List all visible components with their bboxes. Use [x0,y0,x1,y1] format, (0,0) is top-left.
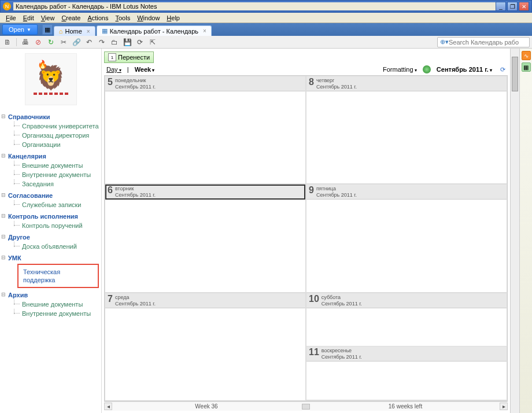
menu-file[interactable]: File [2,14,20,21]
refresh-calendar-icon[interactable]: ⟳ [498,66,508,73]
menu-actions[interactable]: Actions [84,14,112,21]
workspace-icon[interactable]: ▦ [42,24,53,35]
section-umk[interactable]: УМК [0,253,101,263]
search-icon: ⊕▾ [440,38,449,46]
tab-close-icon[interactable]: × [87,28,90,35]
section-other[interactable]: Другое [0,233,101,242]
tab-close-icon[interactable]: × [203,28,206,34]
day-cell-sunday[interactable]: 11 воскресеньеСентябрь 2011 г. [306,346,507,400]
tabstrip: Open ▼ ▦ ⌂ Home × ▦ Календарь работ - Ка… [0,23,532,36]
sidebar-item-memos[interactable]: Служебные записки [0,200,101,209]
stop-icon[interactable]: ⊘ [33,37,43,47]
right-sidebar-rail: ∿ ▦ [519,49,532,413]
tab-home-label: Home [65,28,82,35]
section-office[interactable]: Канцелярия [0,152,101,161]
section-references[interactable]: Справочники [0,112,101,121]
undo-icon[interactable]: ↶ [84,37,94,47]
formatting-dropdown[interactable]: Formatting [380,66,419,73]
home-icon: ⌂ [59,28,63,35]
sidebar-item-organizations[interactable]: Организации [0,140,101,149]
app-icon: N [3,2,11,10]
calendar-icon: ▦ [102,27,108,35]
sidebar-item-bulletin-board[interactable]: Доска объявлений [0,242,101,251]
app-logo: 🦁🔥 [25,53,77,105]
minimize-button[interactable]: _ [496,2,506,11]
tab-calendar-label: Календарь работ - Календарь [110,28,198,35]
week-scrubber[interactable] [302,404,310,410]
sidebar-item-internal-docs[interactable]: Внутренние документы [0,170,101,179]
folder-icon[interactable]: 🗀 [109,37,120,47]
view-day[interactable]: Day [104,66,124,73]
day-cell-friday[interactable]: 9 пятницаСентябрь 2011 г. [306,184,507,292]
move-button[interactable]: 1 Перенести [104,51,154,63]
sidebar-item-archive-internal[interactable]: Внутренние документы [0,309,101,318]
print-icon[interactable]: 🖶 [20,37,31,47]
day-cell-tuesday[interactable]: 6 вторникСентябрь 2011 г. [105,184,306,292]
sidebar: 🦁🔥 Справочники Справочник университета О… [0,49,102,413]
sidebar-item-meetings[interactable]: Заседания [0,179,101,189]
mini-calendar-icon[interactable]: ▦ [522,62,531,72]
search-input[interactable] [449,39,529,46]
menubar: File Edit View Create Actions Tools Wind… [0,13,532,23]
day-cell-saturday[interactable]: 10 субботаСентябрь 2011 г. [306,293,507,347]
export-icon[interactable]: ⇱ [147,37,158,47]
section-archive[interactable]: Архив [0,290,101,300]
sidebar-item-tech-support[interactable]: Техническая поддержка [17,264,99,288]
sidebar-item-university-ref[interactable]: Справочник университета [0,121,101,131]
week-label: Week 36 [112,403,301,410]
open-button[interactable]: Open ▼ [2,24,38,35]
refresh-icon[interactable]: ↻ [46,37,56,47]
sidebar-item-external-docs[interactable]: Внешние документы [0,161,101,170]
section-execution-control[interactable]: Контроль исполнения [0,212,101,221]
link-icon[interactable]: 🔗 [71,37,82,47]
titlebar: N Календарь работ - Календарь - IBM Lotu… [0,0,532,13]
menu-tools[interactable]: Tools [112,14,134,21]
day-cell-thursday[interactable]: 8 четвергСентябрь 2011 г. [306,76,507,184]
close-button[interactable]: ✕ [519,2,529,11]
day-cell-weekend: 10 субботаСентябрь 2011 г. 11 воскресень… [306,293,507,401]
redo-icon[interactable]: ↷ [97,37,107,47]
globe-icon[interactable] [423,65,431,73]
scroll-left-button[interactable]: ◂ [104,403,112,410]
rss-icon[interactable]: ∿ [522,51,531,60]
cut-icon[interactable]: ✂ [58,37,69,47]
sidebar-item-org-directory[interactable]: Организац директория [0,131,101,140]
section-approval[interactable]: Согласование [0,191,101,200]
sidebar-item-archive-external[interactable]: Внешние документы [0,300,101,309]
scroll-thumb[interactable] [512,57,518,91]
menu-help[interactable]: Help [163,14,183,21]
calendar-area: 1 Перенести Day | Week Formatting Сентяб… [102,49,510,413]
menu-edit[interactable]: Edit [20,14,38,21]
menu-window[interactable]: Window [134,14,163,21]
maximize-button[interactable]: ❐ [507,2,518,11]
search-box[interactable]: ⊕▾ [437,37,530,47]
sidebar-item-task-control[interactable]: Контроль поручений [0,221,101,230]
menu-view[interactable]: View [38,14,58,21]
tab-home[interactable]: ⌂ Home × [54,26,95,36]
menu-create[interactable]: Create [58,14,84,21]
scroll-right-button[interactable]: ▸ [500,403,508,410]
day-cell-monday[interactable]: 5 понедельникСентябрь 2011 г. [105,76,306,184]
window-title: Календарь работ - Календарь - IBM Lotus … [13,2,496,10]
new-doc-icon[interactable]: 🗎 [2,37,13,47]
vertical-scrollbar[interactable] [510,49,519,413]
calendar-footer: ◂ Week 36 16 weeks left ▸ [104,401,508,411]
sync-icon[interactable]: ⟳ [135,37,145,47]
weeks-left-label: 16 weeks left [311,403,500,410]
toolbar: 🗎 🖶 ⊘ ↻ ✂ 🔗 ↶ ↷ 🗀 💾 ⟳ ⇱ ⊕▾ [0,36,532,49]
day-cell-wednesday[interactable]: 7 средаСентябрь 2011 г. [105,293,306,401]
view-week[interactable]: Week [132,66,157,73]
calendar-page-icon: 1 [108,53,116,61]
calendar-grid: 5 понедельникСентябрь 2011 г. 8 четвергС… [104,75,508,401]
month-selector[interactable]: Сентябрь 2011 г. [434,66,494,73]
tab-calendar[interactable]: ▦ Календарь работ - Календарь × [97,25,212,36]
save-icon[interactable]: 💾 [122,37,132,47]
